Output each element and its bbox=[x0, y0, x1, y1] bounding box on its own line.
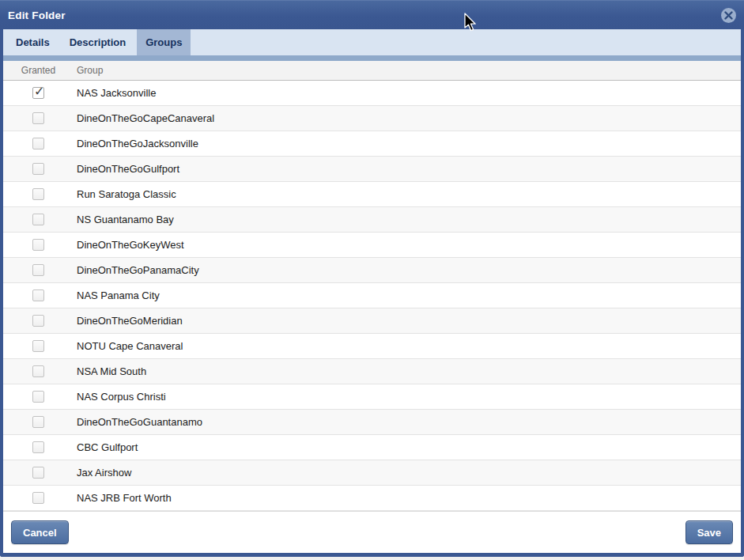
granted-cell bbox=[3, 340, 74, 352]
granted-checkbox[interactable] bbox=[32, 87, 44, 99]
tab-groups[interactable]: Groups bbox=[137, 29, 191, 55]
group-name: NAS Corpus Christi bbox=[74, 391, 741, 403]
granted-cell bbox=[3, 289, 74, 301]
group-row: NAS Panama City bbox=[3, 283, 741, 308]
group-name: DineOnTheGoKeyWest bbox=[74, 239, 741, 251]
group-row: NS Guantanamo Bay bbox=[3, 207, 741, 233]
dialog-footer: Cancel Save bbox=[3, 511, 741, 553]
close-button[interactable] bbox=[721, 8, 736, 23]
granted-cell bbox=[3, 315, 74, 327]
cancel-button[interactable]: Cancel bbox=[11, 520, 69, 544]
granted-checkbox[interactable] bbox=[32, 214, 44, 225]
granted-checkbox[interactable] bbox=[32, 340, 44, 352]
granted-checkbox[interactable] bbox=[32, 188, 44, 200]
group-name: CBC Gulfport bbox=[74, 441, 741, 453]
group-row: DineOnTheGoGulfport bbox=[3, 157, 741, 182]
granted-checkbox[interactable] bbox=[32, 416, 44, 428]
granted-checkbox[interactable] bbox=[32, 365, 44, 377]
tab-strip bbox=[3, 55, 741, 61]
group-row: DineOnTheGoJacksonville bbox=[3, 131, 741, 157]
group-row: DineOnTheGoGuantanamo bbox=[3, 410, 741, 435]
granted-cell bbox=[3, 264, 74, 276]
granted-cell bbox=[3, 467, 74, 479]
tab-bar: DetailsDescriptionGroups bbox=[3, 29, 741, 55]
group-row: DineOnTheGoKeyWest bbox=[3, 233, 741, 258]
column-header-group: Group bbox=[74, 65, 741, 76]
granted-cell bbox=[3, 391, 74, 403]
group-row: NSA Mid South bbox=[3, 359, 741, 384]
group-name: DineOnTheGoMeridian bbox=[74, 315, 741, 327]
save-button[interactable]: Save bbox=[685, 520, 733, 544]
granted-checkbox[interactable] bbox=[32, 467, 44, 479]
tab-details[interactable]: Details bbox=[7, 29, 59, 55]
dialog-title: Edit Folder bbox=[8, 9, 66, 21]
group-name: NAS JRB Fort Worth bbox=[74, 492, 741, 504]
group-name: DineOnTheGoGuantanamo bbox=[74, 416, 741, 428]
dialog-body: DetailsDescriptionGroups Granted Group N… bbox=[0, 29, 744, 557]
column-header-granted: Granted bbox=[3, 65, 74, 76]
group-row: NAS JRB Fort Worth bbox=[3, 486, 741, 511]
granted-cell bbox=[3, 163, 74, 175]
granted-checkbox[interactable] bbox=[32, 138, 44, 149]
granted-checkbox[interactable] bbox=[32, 391, 44, 403]
close-icon bbox=[724, 11, 733, 20]
granted-cell bbox=[3, 239, 74, 251]
tab-description[interactable]: Description bbox=[61, 29, 135, 55]
group-name: NOTU Cape Canaveral bbox=[74, 340, 741, 352]
granted-checkbox[interactable] bbox=[32, 441, 44, 453]
granted-cell bbox=[3, 214, 74, 225]
group-row: CBC Gulfport bbox=[3, 435, 741, 460]
group-name: DineOnTheGoPanamaCity bbox=[74, 264, 741, 276]
edit-folder-dialog: Edit Folder DetailsDescriptionGroups Gra… bbox=[0, 0, 744, 557]
group-name: Run Saratoga Classic bbox=[74, 188, 741, 200]
table-header: Granted Group bbox=[3, 61, 741, 81]
group-row: NAS Jacksonville bbox=[3, 81, 741, 106]
group-name: NSA Mid South bbox=[74, 365, 741, 377]
granted-cell bbox=[3, 112, 74, 124]
group-name: NS Guantanamo Bay bbox=[74, 214, 741, 225]
group-row: DineOnTheGoPanamaCity bbox=[3, 258, 741, 283]
group-row: NAS Corpus Christi bbox=[3, 384, 741, 410]
granted-cell bbox=[3, 188, 74, 200]
granted-checkbox[interactable] bbox=[32, 492, 44, 504]
group-row: NOTU Cape Canaveral bbox=[3, 334, 741, 359]
group-name: DineOnTheGoCapeCanaveral bbox=[74, 112, 741, 124]
granted-cell bbox=[3, 365, 74, 377]
granted-cell bbox=[3, 441, 74, 453]
granted-checkbox[interactable] bbox=[32, 264, 44, 276]
group-row: Run Saratoga Classic bbox=[3, 182, 741, 207]
group-row: DineOnTheGoCapeCanaveral bbox=[3, 106, 741, 131]
granted-checkbox[interactable] bbox=[32, 315, 44, 327]
granted-cell bbox=[3, 87, 74, 99]
group-name: NAS Jacksonville bbox=[74, 87, 741, 99]
group-row: DineOnTheGoMeridian bbox=[3, 308, 741, 334]
group-name: NAS Panama City bbox=[74, 289, 741, 301]
granted-checkbox[interactable] bbox=[32, 239, 44, 251]
granted-cell bbox=[3, 492, 74, 504]
granted-cell bbox=[3, 416, 74, 428]
granted-checkbox[interactable] bbox=[32, 289, 44, 301]
granted-cell bbox=[3, 138, 74, 149]
granted-checkbox[interactable] bbox=[32, 163, 44, 175]
group-table-body: NAS JacksonvilleDineOnTheGoCapeCanaveral… bbox=[3, 81, 741, 511]
granted-checkbox[interactable] bbox=[32, 112, 44, 124]
dialog-titlebar: Edit Folder bbox=[0, 0, 744, 29]
group-name: DineOnTheGoGulfport bbox=[74, 163, 741, 175]
group-name: Jax Airshow bbox=[74, 467, 741, 479]
group-name: DineOnTheGoJacksonville bbox=[74, 138, 741, 149]
group-row: Jax Airshow bbox=[3, 460, 741, 486]
